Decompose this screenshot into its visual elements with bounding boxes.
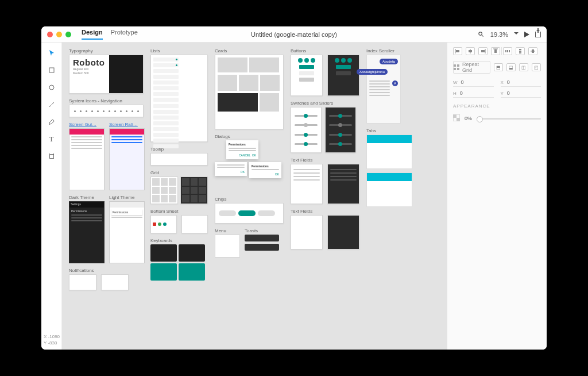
artboard-textfields2-dark[interactable] [327, 215, 359, 250]
boolean-add-button[interactable]: ⬒ [494, 63, 503, 71]
artboard-screen-guides[interactable] [69, 128, 105, 190]
artboard-label-chips[interactable]: Chips [215, 197, 284, 202]
artboard-label-light-theme[interactable]: Light Theme [109, 195, 145, 200]
zoom-level[interactable]: 19.3% [490, 31, 508, 38]
height-field[interactable]: 0 [460, 90, 463, 96]
artboard-grid-light[interactable] [150, 177, 178, 204]
artboard-buttons-light[interactable] [291, 55, 323, 96]
opacity-value[interactable]: 0% [465, 116, 472, 121]
artboard-index-scroller[interactable]: Abcdefg Abcdefghijklmno A [366, 55, 401, 124]
artboard-menu[interactable] [215, 235, 240, 258]
artboard-tabs-1[interactable] [366, 135, 412, 169]
select-tool[interactable] [47, 48, 56, 57]
artboard-grid-dark[interactable] [180, 177, 208, 204]
close-window-button[interactable] [47, 32, 53, 37]
distribute-v-button[interactable] [516, 47, 525, 55]
artboard-tool[interactable] [47, 152, 56, 161]
artboard-textfields-dark[interactable] [327, 164, 359, 204]
width-field[interactable]: 0 [461, 79, 464, 85]
artboard-label-text-fields-2[interactable]: Text Fields [291, 209, 359, 214]
artboard-textfields-light[interactable] [291, 164, 323, 204]
artboard-label-toasts[interactable]: Toasts [245, 228, 279, 233]
artboard-lists[interactable] [150, 55, 208, 142]
artboard-label-tabs[interactable]: Tabs [366, 128, 416, 133]
artboard-tooltip[interactable] [150, 153, 208, 166]
artboard-cards[interactable] [215, 55, 284, 129]
opacity-slider[interactable] [477, 118, 541, 120]
artboard-label-text-fields[interactable]: Text Fields [291, 158, 359, 163]
canvas-coordinates: X -1090 Y -830 [44, 333, 60, 346]
artboard-keyboard-1[interactable] [150, 244, 177, 262]
align-center-v-button[interactable] [528, 47, 537, 55]
search-zoom-icon[interactable] [478, 31, 485, 38]
artboard-toast-2[interactable] [245, 244, 279, 251]
text-tool[interactable]: T [47, 135, 56, 144]
artboard-keyboard-2[interactable] [179, 244, 205, 262]
pen-tool[interactable] [47, 117, 56, 126]
artboard-system-icons[interactable] [69, 105, 144, 117]
artboard-keyboard-3[interactable] [150, 263, 177, 281]
artboard-label-lists[interactable]: Lists [150, 48, 208, 53]
distribute-h-button[interactable] [503, 47, 512, 55]
ellipse-tool[interactable] [47, 83, 56, 92]
artboard-label-dialogs[interactable]: Dialogs [215, 134, 284, 139]
artboard-label-buttons[interactable]: Buttons [291, 48, 359, 53]
x-field[interactable]: 0 [507, 79, 510, 85]
artboard-textfields2-light[interactable] [291, 215, 323, 250]
artboard-buttons-dark[interactable] [327, 55, 359, 96]
minimize-window-button[interactable] [56, 32, 62, 37]
align-right-button[interactable] [478, 47, 488, 55]
line-tool[interactable] [47, 100, 56, 109]
artboard-label-cards[interactable]: Cards [215, 48, 284, 53]
boolean-intersect-button[interactable]: ◫ [519, 63, 528, 71]
artboard-label-bottom-sheet[interactable]: Bottom Sheet [150, 209, 208, 214]
artboard-label-menu[interactable]: Menu [215, 228, 240, 233]
artboard-label-switches[interactable]: Switches and Sliders [291, 101, 359, 106]
share-export-button[interactable] [535, 32, 541, 37]
svg-point-0 [479, 32, 482, 36]
svg-rect-11 [469, 50, 472, 52]
artboard-bottom-sheet-2[interactable] [181, 215, 208, 233]
artboard-label-grid[interactable]: Grid [150, 170, 208, 175]
rectangle-tool[interactable] [47, 66, 56, 75]
artboard-dialog-2[interactable]: OK [215, 162, 247, 176]
artboard-label-notifications[interactable]: Notifications [69, 268, 144, 273]
artboard-notification-1[interactable] [69, 274, 96, 290]
artboard-tabs-2[interactable] [366, 172, 412, 207]
maximize-window-button[interactable] [65, 32, 71, 37]
artboard-label-typography[interactable]: Typography [69, 48, 144, 53]
tab-design[interactable]: Design [82, 29, 103, 40]
opacity-icon [453, 114, 460, 122]
align-left-button[interactable] [453, 47, 462, 55]
play-preview-button[interactable] [524, 32, 529, 37]
artboard-dark-theme[interactable]: Settings Permissions [69, 201, 105, 263]
artboard-label-keyboards[interactable]: Keyboards [150, 238, 208, 243]
align-top-button[interactable] [491, 47, 500, 55]
artboard-typography[interactable]: Roboto Regular 400Medium 500 [69, 55, 144, 94]
artboard-toast-1[interactable] [245, 235, 279, 241]
artboard-label-system-icons[interactable]: System Icons - Navigation [69, 98, 144, 103]
boolean-exclude-button[interactable]: ◰ [532, 63, 541, 71]
artboard-screen-ratio[interactable] [109, 128, 145, 190]
artboard-switches-light[interactable] [291, 107, 322, 153]
artboard-switches-dark[interactable] [325, 107, 356, 153]
artboard-light-theme[interactable]: Permissions [109, 201, 145, 263]
artboard-bottom-sheet-1[interactable] [150, 215, 177, 233]
artboard-label-index-scroller[interactable]: Index Scroller [366, 48, 416, 53]
align-center-h-button[interactable] [466, 47, 475, 55]
artboard-keyboard-4[interactable] [179, 263, 205, 281]
artboard-dialog-3[interactable]: Permissions OK [249, 162, 281, 178]
artboard-dialog-1[interactable]: Permissions CANCEL OK [226, 140, 258, 159]
boolean-subtract-button[interactable]: ⬓ [506, 63, 516, 71]
artboard-label-screen-guides[interactable]: Screen Gui… [69, 122, 105, 127]
artboard-notification-2[interactable] [101, 274, 129, 290]
artboard-chips[interactable] [215, 203, 284, 224]
svg-rect-19 [519, 49, 521, 50]
artboard-label-dark-theme[interactable]: Dark Theme [69, 195, 105, 200]
tab-prototype[interactable]: Prototype [111, 29, 138, 40]
y-field[interactable]: 0 [507, 90, 510, 96]
repeat-grid-button[interactable]: Repeat Grid [453, 61, 490, 74]
artboard-label-screen-ratio[interactable]: Screen Rati… [109, 122, 145, 127]
zoom-dropdown-icon[interactable] [514, 30, 519, 38]
design-canvas[interactable]: Typography Roboto Regular 400Medium 500 … [62, 43, 447, 350]
